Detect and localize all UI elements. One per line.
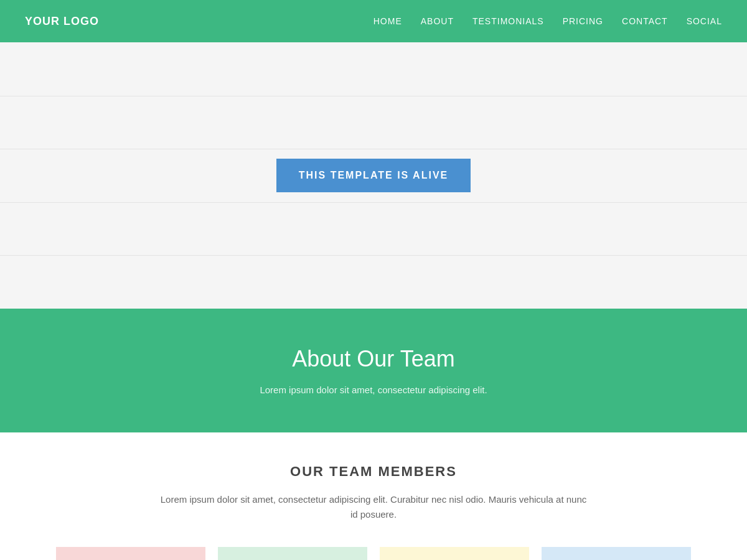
nav-item-home[interactable]: HOME (374, 16, 402, 27)
team-card-4: Lorem ipsum dolor sit amet, consectetur … (542, 547, 691, 560)
about-section: About Our Team Lorem ipsum dolor sit ame… (0, 309, 747, 432)
team-card-2: Lorem ipsum dolor sit amet, consectetur … (218, 547, 367, 560)
nav-item-about[interactable]: ABOUT (421, 16, 454, 27)
team-section: OUR TEAM MEMBERS Lorem ipsum dolor sit a… (0, 432, 747, 560)
about-title: About Our Team (25, 346, 722, 372)
hero-cta-button[interactable]: THIS TEMPLATE IS ALIVE (276, 159, 471, 192)
nav-links: HOME ABOUT TESTIMONIALS PRICING CONTACT … (374, 16, 722, 27)
nav-item-pricing[interactable]: PRICING (563, 16, 603, 27)
nav-link-pricing[interactable]: PRICING (563, 16, 603, 26)
logo: YOUR LOGO (25, 15, 99, 28)
nav-item-social[interactable]: SOCIAL (687, 16, 722, 27)
navbar: YOUR LOGO HOME ABOUT TESTIMONIALS PRICIN… (0, 0, 747, 42)
team-card-1: Lorem ipsum dolor sit amet, consectetur … (56, 547, 205, 560)
nav-item-testimonials[interactable]: TESTIMONIALS (472, 16, 544, 27)
about-subtitle: Lorem ipsum dolor sit amet, consectetur … (25, 385, 722, 395)
hero-line-3 (0, 202, 747, 203)
team-card-3: Lorem ipsum dolor sit amet, consectetur … (380, 547, 529, 560)
nav-item-contact[interactable]: CONTACT (622, 16, 668, 27)
hero-line-4 (0, 255, 747, 256)
nav-link-home[interactable]: HOME (374, 16, 402, 26)
hero-line-2 (0, 149, 747, 149)
team-title: OUR TEAM MEMBERS (25, 464, 722, 480)
team-cards-container: Lorem ipsum dolor sit amet, consectetur … (25, 547, 722, 560)
nav-link-testimonials[interactable]: TESTIMONIALS (472, 16, 544, 26)
hero-line-1 (0, 96, 747, 96)
hero-section: THIS TEMPLATE IS ALIVE (0, 42, 747, 309)
team-description: Lorem ipsum dolor sit amet, consectetur … (156, 492, 591, 522)
nav-link-about[interactable]: ABOUT (421, 16, 454, 26)
nav-link-contact[interactable]: CONTACT (622, 16, 668, 26)
nav-link-social[interactable]: SOCIAL (687, 16, 722, 26)
